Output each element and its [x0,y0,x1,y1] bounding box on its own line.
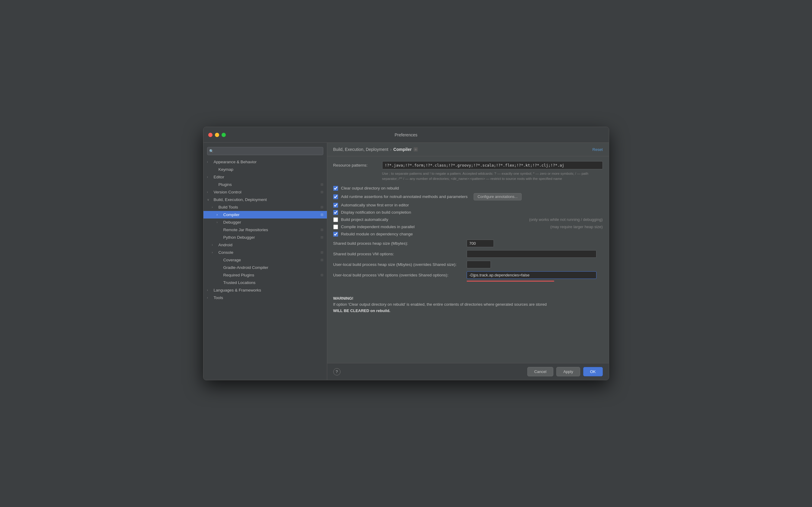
sidebar-item-keymap[interactable]: Keymap [204,166,327,173]
right-panel: Build, Execution, Deployment › Compiler … [327,143,609,380]
sidebar-item-label: Version Control [214,190,241,194]
window-title: Preferences [394,132,417,137]
sidebar-item-label: Appearance & Behavior [214,160,257,164]
sidebar-item-label: Languages & Frameworks [214,288,261,292]
help-button[interactable]: ? [333,368,340,376]
configure-annotations-button[interactable]: Configure annotations... [474,193,522,201]
sidebar-item-languages[interactable]: › Languages & Frameworks [204,286,327,294]
auto-show-error-label: Automatically show first error in editor [341,203,409,207]
auto-show-error-checkbox[interactable] [333,203,338,208]
minimize-button[interactable] [215,133,219,137]
cancel-button[interactable]: Cancel [527,367,553,376]
sidebar-item-trusted-locations[interactable]: Trusted Locations [204,279,327,286]
sidebar-item-compiler[interactable]: › Compiler ⊟ [204,211,327,219]
chevron-right-icon: › [217,221,221,224]
sidebar-item-console[interactable]: › Console ⊟ [204,249,327,256]
sidebar-item-remote-jar[interactable]: Remote Jar Repositories ⊟ [204,226,327,234]
right-header: Build, Execution, Deployment › Compiler … [327,143,609,156]
user-heap-size-input[interactable] [467,261,491,268]
sidebar-item-version-control[interactable]: › Version Control ⊟ [204,188,327,196]
add-runtime-checkbox[interactable] [333,194,338,199]
reset-button[interactable]: Reset [593,147,603,152]
vm-options-input[interactable] [467,250,596,258]
build-auto-label: Build project automatically [341,217,388,222]
sidebar-item-label: Gradle-Android Compiler [223,265,268,270]
sidebar-item-label: Keymap [219,167,234,172]
user-vm-options-row: User-local build process VM options (ove… [333,271,603,279]
sidebar-item-plugins[interactable]: Plugins ⊟ [204,181,327,188]
chevron-right-icon: › [212,251,216,254]
checkbox-build-auto: Build project automatically (only works … [333,217,603,222]
traffic-lights [208,133,226,137]
sidebar: 🔍 › Appearance & Behavior Keymap › Edito… [204,143,327,380]
warning-title: WARNING! [333,296,354,300]
resource-patterns-row: Resource patterns: [333,161,603,169]
sidebar-item-label: Plugins [219,182,232,187]
rebuild-dependency-checkbox[interactable] [333,232,338,237]
compile-parallel-checkbox[interactable] [333,225,338,229]
chevron-right-icon: › [207,296,211,299]
main-content: 🔍 › Appearance & Behavior Keymap › Edito… [204,143,609,380]
sidebar-item-tools[interactable]: › Tools [204,294,327,301]
user-vm-options-input[interactable] [467,271,596,279]
heap-size-input[interactable] [467,240,494,247]
breadcrumb-separator: › [390,147,391,152]
build-auto-note: (only works while not running / debuggin… [529,217,603,222]
sidebar-item-label: Coverage [223,258,241,262]
search-box[interactable]: 🔍 [207,147,323,155]
sidebar-item-required-plugins[interactable]: Required Plugins ⊟ [204,271,327,279]
settings-icon: ⊟ [321,258,323,262]
user-heap-size-label: User-local build process heap size (Mbyt… [333,262,463,267]
settings-icon: ⊟ [321,273,323,277]
resource-patterns-label: Resource patterns: [333,163,379,168]
user-vm-options-label: User-local build process VM options (ove… [333,273,463,277]
maximize-button[interactable] [222,133,226,137]
build-auto-checkbox[interactable] [333,217,338,222]
breadcrumb: Build, Execution, Deployment › Compiler … [333,147,418,152]
display-notification-checkbox[interactable] [333,210,338,215]
warning-body: If option 'Clear output directory on reb… [333,302,547,313]
sidebar-item-label: Console [219,250,234,255]
user-heap-size-row: User-local build process heap size (Mbyt… [333,261,603,268]
chevron-down-icon: ∨ [207,198,211,201]
settings-icon: ⊟ [321,190,323,194]
ok-button[interactable]: OK [583,367,603,376]
heap-size-row: Shared build process heap size (Mbytes): [333,240,603,247]
clear-output-checkbox[interactable] [333,186,338,191]
sidebar-item-label: Tools [214,295,223,300]
sidebar-item-coverage[interactable]: Coverage ⊟ [204,256,327,264]
sidebar-item-debugger[interactable]: › Debugger [204,219,327,226]
checkbox-auto-error: Automatically show first error in editor [333,203,603,208]
chevron-right-icon: › [207,288,211,292]
sidebar-item-label: Remote Jar Repositories [223,228,268,232]
warning-box: WARNING! If option 'Clear output directo… [333,291,603,319]
footer-right: Cancel Apply OK [527,367,603,376]
sidebar-item-label: Build, Execution, Deployment [214,198,267,202]
sidebar-item-editor[interactable]: › Editor [204,173,327,181]
sidebar-item-appearance[interactable]: › Appearance & Behavior [204,158,327,166]
sidebar-item-label: Debugger [223,220,241,225]
right-content: Resource patterns: Use ; to separate pat… [327,156,609,363]
checkbox-display-notification: Display notification on build completion [333,210,603,215]
checkbox-add-runtime: Add runtime assertions for notnull-annot… [333,193,603,201]
red-underline-annotation [467,281,554,282]
settings-icon: ⊟ [321,228,323,232]
sidebar-item-gradle-compiler[interactable]: Gradle-Android Compiler [204,264,327,271]
apply-button[interactable]: Apply [556,367,580,376]
search-input[interactable] [207,147,323,155]
settings-icon: ⊟ [321,250,323,255]
settings-icon: ⊟ [321,182,323,186]
breadcrumb-current: Compiler [393,147,412,152]
sidebar-item-build-execution[interactable]: ∨ Build, Execution, Deployment [204,196,327,204]
compile-parallel-note: (may require larger heap size) [550,225,602,229]
sidebar-item-label: Required Plugins [223,273,255,277]
sidebar-item-build-tools[interactable]: › Build Tools ⊟ [204,204,327,211]
sidebar-item-label: Build Tools [219,205,238,210]
resource-patterns-input[interactable] [382,161,603,169]
preferences-window: Preferences 🔍 › Appearance & Behavior Ke… [203,127,609,380]
chevron-right-icon: › [207,175,211,179]
sidebar-item-label: Editor [214,175,224,179]
sidebar-item-python-debugger[interactable]: Python Debugger ⊟ [204,234,327,241]
close-button[interactable] [208,133,213,137]
sidebar-item-android[interactable]: › Android [204,241,327,249]
